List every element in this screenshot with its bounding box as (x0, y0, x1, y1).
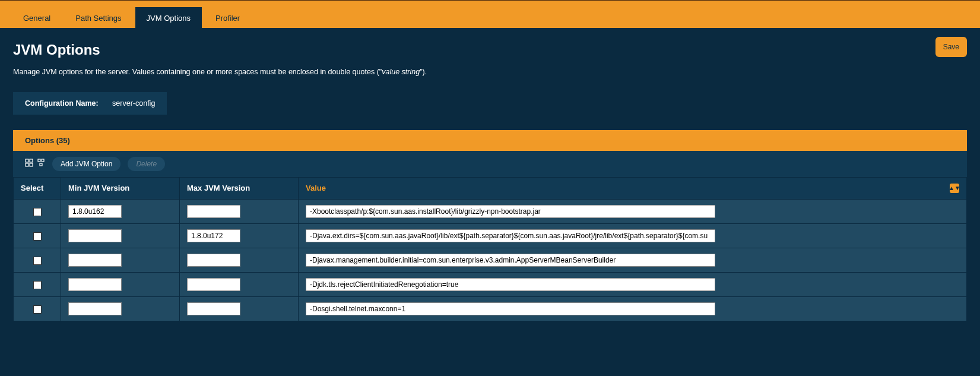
min-jvm-version-input[interactable] (68, 302, 122, 315)
tab-jvm-options[interactable]: JVM Options (135, 7, 202, 28)
value-input[interactable] (306, 302, 715, 315)
tab-general[interactable]: General (12, 7, 62, 28)
svg-rect-3 (30, 163, 33, 166)
table-row (14, 223, 967, 248)
tab-bar: General Path Settings JVM Options Profil… (0, 0, 980, 29)
sort-icon[interactable]: ▲▼ (950, 184, 959, 193)
config-name-label: Configuration Name: (25, 99, 99, 108)
col-header-min[interactable]: Min JVM Version (61, 177, 180, 199)
table-row (14, 272, 967, 296)
page-description: Manage JVM options for the server. Value… (13, 67, 967, 78)
col-header-value[interactable]: Value ▲▼ (299, 177, 967, 199)
value-input[interactable] (306, 254, 715, 267)
config-name-bar: Configuration Name: server-config (13, 92, 167, 115)
table-title: Options (35) (13, 130, 967, 151)
view-toggles (25, 159, 45, 169)
row-select-checkbox[interactable] (33, 305, 42, 314)
config-name-value: server-config (112, 99, 155, 108)
col-header-select: Select (14, 177, 61, 199)
max-jvm-version-input[interactable] (187, 278, 240, 291)
main-content: Save JVM Options Manage JVM options for … (0, 29, 980, 321)
min-jvm-version-input[interactable] (68, 229, 122, 242)
max-jvm-version-input[interactable] (187, 205, 240, 218)
max-jvm-version-input[interactable] (187, 302, 240, 315)
tab-profiler[interactable]: Profiler (204, 7, 251, 28)
min-jvm-version-input[interactable] (68, 254, 122, 267)
select-none-icon[interactable] (37, 159, 45, 169)
table-toolbar: Add JVM Option Delete (13, 151, 967, 177)
value-input[interactable] (306, 229, 715, 242)
row-select-checkbox[interactable] (33, 232, 42, 241)
select-all-icon[interactable] (25, 159, 33, 169)
svg-rect-4 (38, 159, 40, 162)
table-row (14, 248, 967, 272)
svg-rect-2 (26, 163, 28, 166)
add-jvm-option-button[interactable]: Add JVM Option (52, 157, 120, 171)
row-select-checkbox[interactable] (33, 208, 42, 216)
svg-rect-5 (42, 159, 44, 162)
tab-path-settings[interactable]: Path Settings (64, 7, 132, 28)
table-row (14, 296, 967, 321)
svg-rect-1 (30, 159, 33, 162)
max-jvm-version-input[interactable] (187, 229, 240, 242)
svg-rect-0 (26, 159, 28, 162)
min-jvm-version-input[interactable] (68, 205, 122, 218)
svg-rect-6 (40, 163, 42, 166)
save-button[interactable]: Save (935, 37, 967, 57)
page-title: JVM Options (13, 42, 967, 58)
min-jvm-version-input[interactable] (68, 278, 122, 291)
max-jvm-version-input[interactable] (187, 254, 240, 267)
col-header-max[interactable]: Max JVM Version (180, 177, 299, 199)
row-select-checkbox[interactable] (33, 281, 42, 289)
row-select-checkbox[interactable] (33, 257, 42, 265)
value-input[interactable] (306, 205, 715, 218)
options-table: Select Min JVM Version Max JVM Version V… (13, 177, 967, 321)
table-row (14, 199, 967, 223)
delete-button[interactable]: Delete (128, 157, 165, 171)
value-input[interactable] (306, 278, 715, 291)
